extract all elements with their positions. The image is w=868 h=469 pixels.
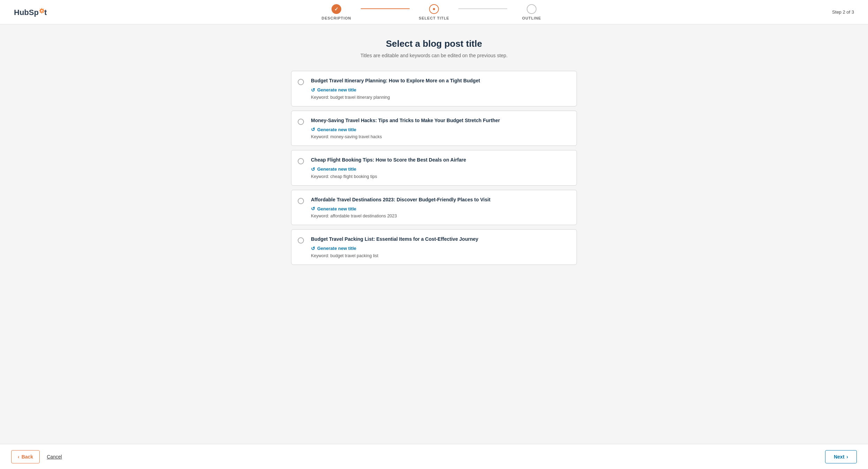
card-title-0: Budget Travel Itinerary Planning: How to… [311,77,570,84]
header: HubSp t ✓ DESCRIPTION [0,0,868,24]
stepper: ✓ DESCRIPTION SELECT TITLE OUTLINE [312,4,556,20]
generate-label-3: Generate new title [317,206,356,211]
step-label-select-title: SELECT TITLE [419,16,449,20]
back-button[interactable]: ‹ Back [11,450,40,463]
active-dot-icon [432,7,436,11]
refresh-icon-0: ↺ [311,87,315,93]
card-title-4: Budget Travel Packing List: Essential It… [311,236,570,243]
connector-1 [361,8,410,9]
next-button[interactable]: Next › [825,450,857,463]
connector-2 [458,8,507,9]
refresh-icon-4: ↺ [311,246,315,251]
card-keyword-3: Keyword: affordable travel destinations … [311,214,570,218]
footer: ‹ Back Cancel Next › [0,444,868,469]
radio-button-4[interactable] [298,237,304,244]
step-circle-outline [527,4,536,14]
radio-button-2[interactable] [298,158,304,164]
card-keyword-2: Keyword: cheap flight booking tips [311,174,570,179]
card-title-2: Cheap Flight Booking Tips: How to Score … [311,157,570,164]
svg-line-7 [40,9,40,9]
cancel-button[interactable]: Cancel [47,454,62,460]
step-circle-select-title [429,4,439,14]
svg-point-2 [41,10,43,12]
next-label: Next [834,454,844,460]
page-subtitle: Titles are editable and keywords can be … [360,53,508,58]
generate-title-button-2[interactable]: ↺ Generate new title [311,166,356,172]
step-select-title: SELECT TITLE [410,4,458,20]
title-card[interactable]: Money-Saving Travel Hacks: Tips and Tric… [291,111,577,146]
checkmark-icon: ✓ [334,6,338,12]
step-label-description: DESCRIPTION [322,16,351,20]
refresh-icon-1: ↺ [311,127,315,132]
svg-line-10 [40,12,40,12]
logo-svg: HubSp t [14,6,52,18]
radio-button-3[interactable] [298,198,304,204]
step-description: ✓ DESCRIPTION [312,4,361,20]
back-chevron-icon: ‹ [18,454,20,460]
radio-button-1[interactable] [298,119,304,125]
step-outline: OUTLINE [507,4,556,20]
svg-text:t: t [44,8,47,17]
refresh-icon-2: ↺ [311,166,315,172]
generate-label-2: Generate new title [317,166,356,172]
footer-left: ‹ Back Cancel [11,450,62,463]
card-keyword-0: Keyword: budget travel itinerary plannin… [311,95,570,100]
svg-line-9 [43,9,44,9]
title-card[interactable]: Budget Travel Itinerary Planning: How to… [291,71,577,106]
generate-title-button-4[interactable]: ↺ Generate new title [311,246,356,251]
refresh-icon-3: ↺ [311,206,315,211]
next-chevron-icon: › [846,454,848,460]
step-circle-description: ✓ [332,4,341,14]
generate-title-button-3[interactable]: ↺ Generate new title [311,206,356,211]
back-label: Back [22,454,33,460]
title-card[interactable]: Budget Travel Packing List: Essential It… [291,229,577,265]
card-keyword-4: Keyword: budget travel packing list [311,253,570,258]
generate-label-4: Generate new title [317,246,356,251]
card-title-3: Affordable Travel Destinations 2023: Dis… [311,196,570,203]
generate-title-button-0[interactable]: ↺ Generate new title [311,87,356,93]
card-keyword-1: Keyword: money-saving travel hacks [311,134,570,139]
radio-button-0[interactable] [298,79,304,85]
step-indicator: Step 2 of 3 [832,9,854,15]
page-title: Select a blog post title [386,38,482,49]
title-cards-container: Budget Travel Itinerary Planning: How to… [291,71,577,265]
svg-text:HubSp: HubSp [14,8,39,17]
title-card[interactable]: Affordable Travel Destinations 2023: Dis… [291,190,577,225]
step-label-outline: OUTLINE [522,16,541,20]
card-title-1: Money-Saving Travel Hacks: Tips and Tric… [311,117,570,124]
generate-label-0: Generate new title [317,87,356,92]
generate-title-button-1[interactable]: ↺ Generate new title [311,127,356,132]
main-content: Select a blog post title Titles are edit… [0,24,868,469]
title-card[interactable]: Cheap Flight Booking Tips: How to Score … [291,150,577,186]
generate-label-1: Generate new title [317,127,356,132]
svg-point-12 [433,8,435,10]
svg-line-8 [43,12,44,12]
hubspot-logo: HubSp t [14,6,52,18]
